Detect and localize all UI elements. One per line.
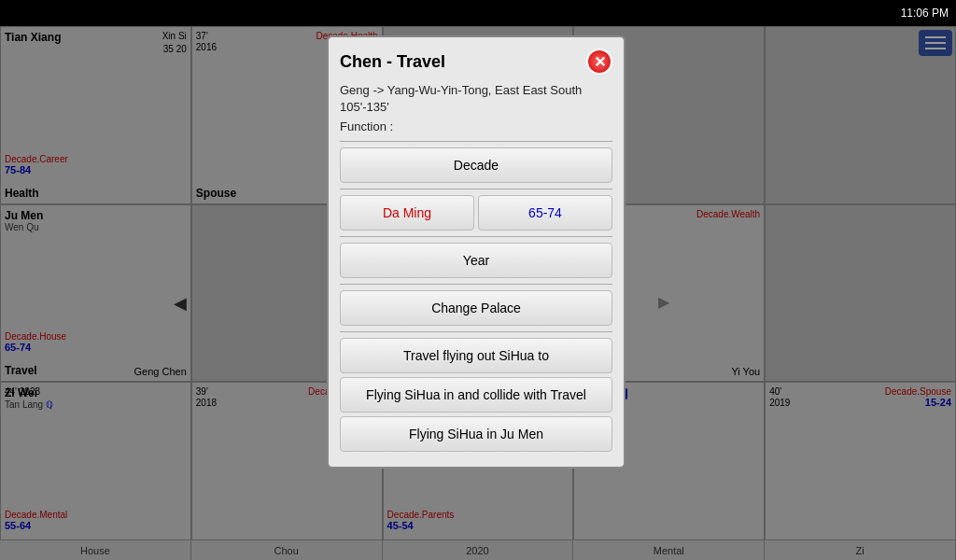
close-button[interactable]: ✕ [586, 49, 612, 75]
year-button[interactable]: Year [340, 243, 612, 278]
dialog-function-label: Function : [340, 119, 612, 133]
status-time: 11:06 PM [901, 7, 949, 20]
dialog-subtitle: Geng -> Yang-Wu-Yin-Tong, East East Sout… [340, 82, 612, 116]
divider-4 [340, 284, 612, 285]
status-bar: 11:06 PM [0, 0, 956, 26]
daming-button[interactable]: Da Ming [340, 195, 474, 231]
divider-2 [340, 189, 612, 189]
flying-in-button[interactable]: Flying SiHua in and collide with Travel [340, 377, 612, 413]
flying-out-button[interactable]: Travel flying out SiHua to [340, 338, 612, 373]
travel-dialog: Chen - Travel ✕ Geng -> Yang-Wu-Yin-Tong… [327, 35, 626, 469]
change-palace-button[interactable]: Change Palace [340, 290, 612, 326]
divider-5 [340, 331, 612, 332]
decade-button[interactable]: Decade [340, 147, 612, 183]
daming-row: Da Ming 65-74 [340, 195, 612, 231]
dialog-header: Chen - Travel ✕ [340, 49, 612, 75]
range-button[interactable]: 65-74 [478, 195, 612, 231]
divider-1 [340, 141, 612, 142]
flying-in-jumen-button[interactable]: Flying SiHua in Ju Men [340, 416, 612, 452]
dialog-title: Chen - Travel [340, 52, 445, 72]
divider-3 [340, 236, 612, 237]
